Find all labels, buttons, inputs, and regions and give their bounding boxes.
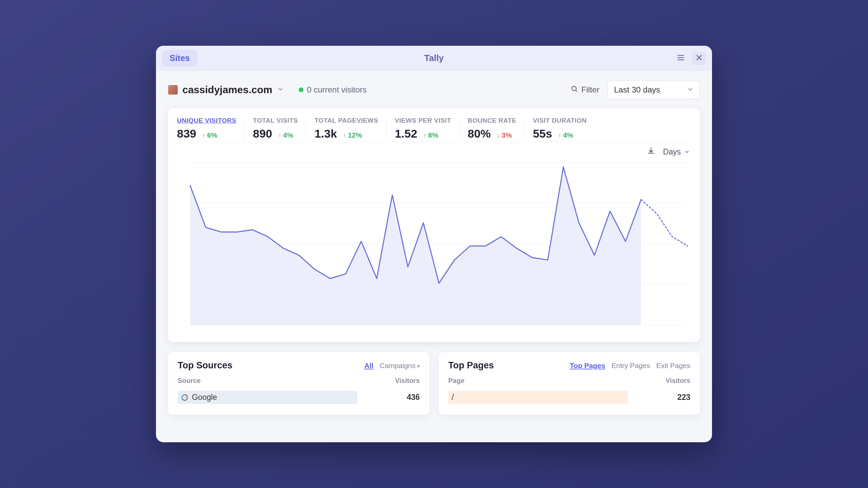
metric-value: 1.3k bbox=[315, 127, 337, 140]
chart-toolbar: Days bbox=[177, 142, 691, 159]
app-window: Sites Tally cassidyjames bbox=[156, 46, 712, 442]
metric-label: UNIQUE VISITORS bbox=[177, 117, 236, 124]
metric-label: BOUNCE RATE bbox=[468, 117, 516, 124]
metric-label: VIEWS PER VISIT bbox=[395, 117, 451, 124]
site-selector[interactable]: cassidyjames.com bbox=[168, 84, 284, 96]
filter-label: Filter bbox=[581, 85, 599, 95]
metric-delta: 4% bbox=[278, 131, 293, 139]
svg-point-5 bbox=[572, 86, 576, 91]
table-row[interactable]: Google436 bbox=[178, 388, 420, 407]
metric-delta: 8% bbox=[423, 131, 438, 139]
titlebar: Sites Tally bbox=[156, 46, 712, 71]
date-range-label: Last 30 days bbox=[614, 85, 660, 95]
filter-button[interactable]: Filter bbox=[571, 85, 599, 95]
panel-tabs: Top PagesEntry PagesExit Pages bbox=[570, 362, 690, 370]
granularity-label: Days bbox=[663, 147, 681, 157]
download-icon bbox=[647, 147, 655, 157]
col-label-source: Source bbox=[178, 377, 201, 385]
metric-visit-duration[interactable]: VISIT DURATION55s4% bbox=[525, 117, 595, 140]
panel-rows: Google436 bbox=[178, 388, 420, 407]
metric-delta: 6% bbox=[202, 131, 217, 139]
metric-views-per-visit[interactable]: VIEWS PER VISIT1.528% bbox=[387, 117, 459, 140]
granularity-select[interactable]: Days bbox=[663, 147, 690, 157]
google-icon bbox=[181, 394, 189, 401]
chevron-down-icon bbox=[277, 86, 284, 94]
chevron-down-icon bbox=[684, 147, 690, 157]
table-row[interactable]: /223 bbox=[448, 388, 690, 407]
metric-value: 890 bbox=[253, 127, 272, 140]
download-button[interactable] bbox=[647, 147, 655, 157]
metric-value: 55s bbox=[533, 127, 552, 140]
panel-title: Top Sources bbox=[178, 360, 233, 371]
tab-all[interactable]: All bbox=[364, 362, 373, 370]
panel-rows: /223 bbox=[448, 388, 690, 407]
close-button[interactable] bbox=[692, 52, 706, 65]
tab-entry-pages[interactable]: Entry Pages bbox=[611, 362, 650, 370]
chart-surface bbox=[177, 159, 691, 339]
row-label: Google bbox=[192, 393, 217, 402]
col-label-visitors: Visitors bbox=[666, 377, 690, 385]
metric-total-visits[interactable]: TOTAL VISITS8904% bbox=[245, 117, 307, 140]
bottom-row: Top Sources AllCampaigns Source Visitors… bbox=[156, 352, 712, 415]
sites-button[interactable]: Sites bbox=[162, 50, 197, 66]
panel-title: Top Pages bbox=[448, 360, 494, 371]
row-label: / bbox=[452, 393, 454, 402]
metric-value: 1.52 bbox=[395, 127, 417, 140]
metric-label: TOTAL VISITS bbox=[253, 117, 298, 124]
status-dot-icon bbox=[299, 87, 303, 92]
metric-bounce-rate[interactable]: BOUNCE RATE80%3% bbox=[459, 117, 525, 140]
titlebar-actions bbox=[674, 52, 706, 65]
col-label-page: Page bbox=[448, 377, 465, 385]
metric-unique-visitors[interactable]: UNIQUE VISITORS8396% bbox=[177, 117, 245, 140]
metric-value: 80% bbox=[468, 127, 491, 140]
tab-campaigns[interactable]: Campaigns bbox=[379, 362, 420, 370]
metric-label: VISIT DURATION bbox=[533, 117, 587, 124]
top-sources-panel: Top Sources AllCampaigns Source Visitors… bbox=[168, 352, 429, 415]
row-value: 223 bbox=[660, 393, 690, 402]
live-visitors[interactable]: 0 current visitors bbox=[299, 85, 367, 95]
site-name: cassidyjames.com bbox=[182, 84, 272, 96]
menu-button[interactable] bbox=[674, 52, 688, 65]
tab-top-pages[interactable]: Top Pages bbox=[570, 362, 606, 370]
metrics-row: UNIQUE VISITORS8396%TOTAL VISITS8904%TOT… bbox=[177, 117, 691, 142]
metric-label: TOTAL PAGEVIEWS bbox=[315, 117, 378, 124]
col-label-visitors: Visitors bbox=[395, 377, 420, 385]
metric-delta: 4% bbox=[558, 131, 573, 139]
metric-total-pageviews[interactable]: TOTAL PAGEVIEWS1.3k12% bbox=[307, 117, 387, 140]
metric-delta: 12% bbox=[343, 131, 362, 139]
svg-line-6 bbox=[576, 90, 577, 92]
tab-exit-pages[interactable]: Exit Pages bbox=[656, 362, 690, 370]
header-actions: Filter Last 30 days bbox=[571, 81, 700, 99]
header-row: cassidyjames.com 0 current visitors Filt… bbox=[156, 71, 712, 102]
hamburger-icon bbox=[676, 53, 685, 63]
row-value: 436 bbox=[389, 393, 420, 402]
site-favicon bbox=[168, 85, 178, 95]
chevron-down-icon bbox=[687, 85, 693, 95]
close-icon bbox=[695, 53, 704, 63]
search-icon bbox=[571, 85, 578, 95]
date-range-select[interactable]: Last 30 days bbox=[608, 81, 700, 99]
metric-delta: 3% bbox=[497, 131, 512, 139]
app-title: Tally bbox=[156, 53, 712, 63]
top-pages-panel: Top Pages Top PagesEntry PagesExit Pages… bbox=[439, 352, 700, 415]
chart-card: UNIQUE VISITORS8396%TOTAL VISITS8904%TOT… bbox=[168, 108, 700, 342]
metric-value: 839 bbox=[177, 127, 196, 140]
live-visitors-text: 0 current visitors bbox=[307, 85, 367, 95]
panel-tabs: AllCampaigns bbox=[364, 362, 420, 370]
